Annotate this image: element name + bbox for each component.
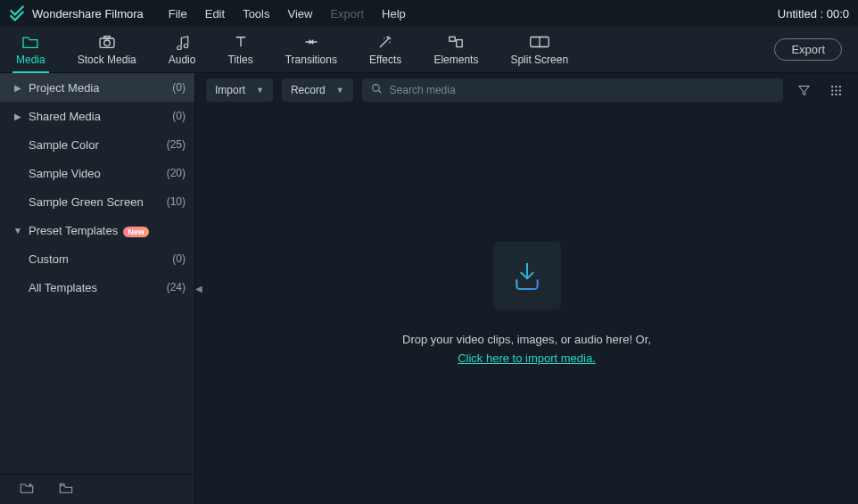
svg-line-8 (378, 90, 381, 93)
tab-media[interactable]: Media (16, 27, 45, 73)
svg-rect-4 (457, 39, 462, 46)
search-wrap (362, 78, 783, 102)
svg-point-11 (838, 86, 840, 87)
sidebar-footer (0, 474, 194, 504)
sidebar-item-all-templates[interactable]: All Templates(24) (0, 273, 194, 302)
svg-point-10 (835, 86, 837, 87)
sidebar-item-count: (24) (167, 281, 186, 293)
import-drop-icon (493, 242, 561, 310)
menu-view[interactable]: View (287, 7, 312, 21)
new-folder-icon[interactable] (20, 482, 34, 497)
tab-transitions[interactable]: Transitions (285, 27, 337, 73)
sidebar-item-count: (25) (167, 138, 186, 151)
sidebar-item-sample-color[interactable]: Sample Color(25) (0, 130, 194, 159)
drop-area[interactable]: Drop your video clips, images, or audio … (195, 105, 858, 504)
sidebar-item-count: (0) (172, 110, 186, 122)
record-dropdown[interactable]: Record ▼ (282, 78, 353, 102)
import-dropdown[interactable]: Import ▼ (206, 78, 273, 102)
chevron-down-icon: ▼ (336, 86, 344, 95)
sidebar-item-label: Shared Media (29, 110, 172, 123)
svg-rect-3 (450, 37, 455, 41)
svg-point-7 (372, 85, 379, 92)
export-button[interactable]: Export (774, 38, 842, 61)
sidebar-item-count: (0) (172, 81, 186, 94)
effects-icon (377, 34, 393, 50)
titlebar: Wondershare Filmora FileEditToolsViewExp… (0, 0, 858, 27)
svg-point-14 (838, 89, 840, 91)
drop-text-line1: Drop your video clips, images, or audio … (402, 333, 651, 346)
menu-bar: FileEditToolsViewExportHelp (169, 7, 406, 21)
chevron-down-icon: ▼ (256, 86, 264, 95)
svg-rect-2 (104, 36, 110, 37)
sidebar-item-preset-templates[interactable]: ▼Preset TemplatesNew (0, 216, 194, 244)
svg-point-17 (838, 93, 840, 95)
sidebar-item-shared-media[interactable]: ▶Shared Media(0) (0, 102, 194, 130)
content-panel: ◀ Import ▼ Record ▼ (195, 73, 858, 504)
split-icon (530, 34, 549, 50)
drop-text: Drop your video clips, images, or audio … (402, 331, 651, 368)
svg-point-15 (831, 93, 833, 95)
expand-arrow-icon: ▶ (12, 83, 23, 93)
tab-label: Audio (169, 54, 196, 66)
text-icon (233, 34, 249, 50)
sidebar-item-label: Project Media (29, 81, 172, 95)
menu-help[interactable]: Help (382, 7, 406, 21)
svg-point-16 (835, 93, 837, 95)
sidebar-item-label: Preset TemplatesNew (29, 224, 186, 237)
menu-file[interactable]: File (169, 7, 187, 21)
sidebar-item-count: (0) (172, 252, 186, 265)
tab-split-screen[interactable]: Split Screen (510, 27, 568, 73)
collapse-sidebar-handle[interactable]: ◀ (194, 274, 203, 304)
filter-icon[interactable] (792, 78, 815, 102)
tab-label: Media (16, 54, 45, 66)
sidebar-item-sample-video[interactable]: Sample Video(20) (0, 159, 194, 187)
content-toolbar: Import ▼ Record ▼ (195, 75, 858, 105)
tab-label: Stock Media (78, 54, 136, 66)
camera-icon (98, 34, 116, 50)
tab-label: Transitions (285, 54, 337, 66)
expand-arrow-icon: ▶ (12, 112, 23, 121)
sidebar-item-label: Sample Green Screen (29, 195, 167, 209)
tab-audio[interactable]: Audio (169, 27, 196, 73)
sidebar-item-custom[interactable]: Custom(0) (0, 244, 194, 273)
tab-titles[interactable]: Titles (227, 27, 252, 73)
record-label: Record (291, 84, 326, 96)
menu-tools[interactable]: Tools (243, 7, 269, 21)
sidebar-item-label: Sample Video (29, 167, 167, 180)
menu-export: Export (330, 7, 364, 21)
svg-point-12 (831, 89, 833, 91)
new-badge: New (123, 227, 149, 237)
tab-label: Titles (227, 54, 252, 66)
svg-point-13 (835, 89, 837, 91)
tab-label: Effects (369, 54, 401, 66)
open-folder-icon[interactable] (59, 482, 73, 497)
tab-effects[interactable]: Effects (369, 27, 401, 73)
music-icon (174, 34, 190, 50)
grid-view-icon[interactable] (824, 78, 847, 102)
menu-edit[interactable]: Edit (205, 7, 225, 21)
sidebar-list: ▶Project Media(0)▶Shared Media(0)Sample … (0, 73, 194, 474)
sidebar-item-sample-green-screen[interactable]: Sample Green Screen(10) (0, 187, 194, 216)
tab-elements[interactable]: Elements (433, 27, 478, 73)
main-toolbar: MediaStock MediaAudioTitlesTransitionsEf… (0, 27, 858, 73)
sidebar-item-project-media[interactable]: ▶Project Media(0) (0, 73, 194, 102)
app-logo-icon (9, 5, 25, 21)
sidebar-item-count: (10) (167, 195, 186, 208)
tab-label: Elements (433, 54, 478, 66)
sidebar-item-count: (20) (167, 167, 186, 179)
transitions-icon (302, 34, 320, 50)
folder-icon (21, 34, 39, 50)
elements-icon (447, 34, 465, 50)
tab-stock-media[interactable]: Stock Media (78, 27, 136, 73)
sidebar-item-label: Sample Color (29, 138, 167, 152)
main-area: ▶Project Media(0)▶Shared Media(0)Sample … (0, 73, 858, 504)
sidebar-item-label: Custom (29, 252, 172, 266)
export-button-label: Export (791, 43, 825, 56)
search-input[interactable] (390, 84, 774, 96)
import-media-link[interactable]: Click here to import media. (458, 351, 596, 365)
svg-point-1 (104, 40, 110, 45)
project-title: Untitled : 00:0 (778, 7, 849, 21)
svg-point-9 (831, 86, 833, 87)
import-label: Import (215, 84, 245, 96)
sidebar-item-label: All Templates (29, 281, 167, 294)
